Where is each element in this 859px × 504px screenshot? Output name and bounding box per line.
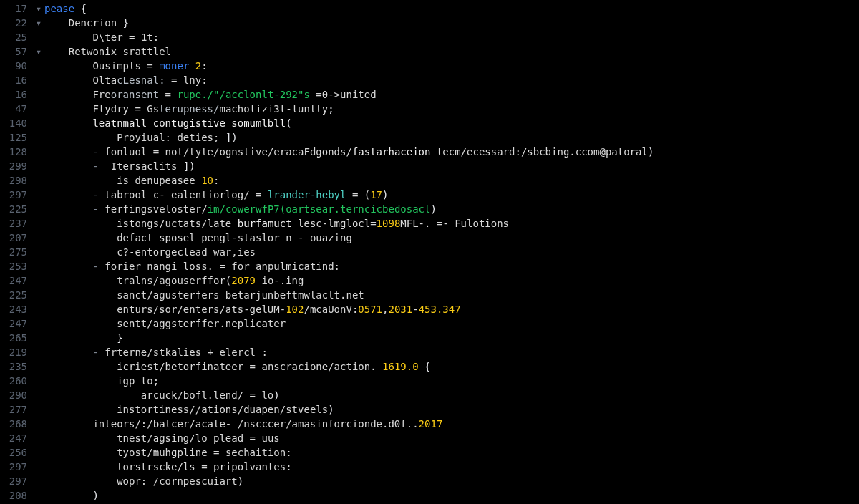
fold-toggle-icon[interactable]: ▾ <box>34 44 43 59</box>
line-number[interactable]: 25 <box>0 30 27 44</box>
token-id: D\ter <box>92 32 129 43</box>
line-number[interactable]: 22 <box>0 16 27 30</box>
token-id: - <box>412 304 418 315</box>
code-line[interactable]: ▾ OltacLesnal: = lny: <box>34 73 859 87</box>
code-line[interactable]: ▾ - ferfingsveloster/im/cowerwfP7(oartse… <box>34 202 859 216</box>
line-number[interactable]: 247 <box>0 431 27 445</box>
code-line[interactable]: ▾ Flydry = Gsterupness/macholizi3t-lunlt… <box>34 102 859 116</box>
line-number[interactable]: 57 <box>0 44 27 59</box>
token-dim: - <box>92 160 110 172</box>
code-line[interactable]: ▾ c?-entorgeclead war,ies <box>34 245 859 259</box>
token-dim: - <box>92 346 105 358</box>
line-number-gutter[interactable]: 1722255790161647140125128299298297225237… <box>0 1 34 504</box>
code-line[interactable]: ▾ torstrscke/ls = pripolvantes: <box>34 460 859 474</box>
code-line[interactable]: ▾ Ousimpls = moner 2: <box>34 59 859 73</box>
token-id: Fulotions <box>449 218 509 229</box>
token-dim: - <box>92 203 105 215</box>
code-line[interactable]: ▾ defact sposel pengl-staslor n - ouazin… <box>34 231 859 245</box>
line-number[interactable]: 17 <box>0 1 27 16</box>
token-brace: ; <box>328 103 334 115</box>
indent <box>44 304 117 315</box>
line-number[interactable]: 247 <box>0 316 27 331</box>
code-line[interactable]: ▾ istongs/uctats/late burfamuct lesc-lmg… <box>34 216 859 231</box>
line-number[interactable]: 140 <box>0 116 27 130</box>
code-line[interactable]: ▾ Dencrion } <box>34 16 859 30</box>
line-number[interactable]: 243 <box>0 302 27 316</box>
line-number[interactable]: 16 <box>0 87 27 102</box>
code-line[interactable]: ▾ tyost/muhgpline = sechaition: <box>34 445 859 460</box>
code-line[interactable]: ▾ D\ter = 1t: <box>34 30 859 44</box>
code-line[interactable]: ▾ sentt/aggsterffer.neplicater <box>34 316 859 331</box>
code-line[interactable]: ▾pease { <box>34 1 859 16</box>
line-number[interactable]: 265 <box>0 331 27 345</box>
code-line[interactable]: ▾ instortiness//ations/duapen/stveels) <box>34 402 859 417</box>
token-brace: ) <box>238 475 243 487</box>
line-number[interactable]: 268 <box>0 417 27 431</box>
token-eq: + <box>208 346 213 358</box>
token-id: Dencrion <box>69 17 123 29</box>
indent <box>44 17 69 29</box>
line-number[interactable]: 207 <box>0 231 27 245</box>
line-number[interactable]: 297 <box>0 474 27 488</box>
code-line[interactable]: ▾ Retwonix srattlel <box>34 44 859 59</box>
line-number[interactable]: 256 <box>0 445 27 460</box>
code-line[interactable]: ▾ is denupeasee 10: <box>34 173 859 188</box>
line-number[interactable]: 225 <box>0 202 27 216</box>
line-number[interactable]: 290 <box>0 388 27 402</box>
fold-toggle-icon[interactable]: ▾ <box>34 1 43 16</box>
code-line[interactable]: ▾ tnest/agsing/lo plead = uus <box>34 431 859 445</box>
code-line[interactable]: ▾ wopr: /cornpescuiart) <box>34 474 859 488</box>
code-line[interactable]: ▾ inteors/:/batcer/acale- /nscccer/amasi… <box>34 417 859 431</box>
token-id <box>165 74 171 86</box>
indent <box>44 203 92 215</box>
line-number[interactable]: 90 <box>0 59 27 73</box>
token-id: sanct/agusterfers betarjunbeftmwlaclt.ne… <box>117 289 364 301</box>
code-line[interactable]: ▾ - frterne/stkalies + elercl : <box>34 345 859 359</box>
code-line[interactable]: ▾ ) <box>34 488 859 503</box>
line-number[interactable]: 125 <box>0 130 27 145</box>
code-line[interactable]: ▾ Freoransent = rupe./"/acclonlt-292"s =… <box>34 87 859 102</box>
line-number[interactable]: 235 <box>0 359 27 374</box>
code-line[interactable]: ▾ - fonluol = not/tyte/ognstive/eracaFdg… <box>34 145 859 159</box>
code-area[interactable]: ▾pease {▾ Dencrion }▾ D\ter = 1t:▾ Retwo… <box>34 1 859 504</box>
token-id: tecm/ecessard:/sbcbing.ccom@patoral <box>430 146 647 158</box>
line-number[interactable]: 260 <box>0 374 27 388</box>
code-line[interactable]: ▾ icriest/betorfinateer = anscracione/ac… <box>34 359 859 374</box>
line-number[interactable]: 297 <box>0 188 27 202</box>
code-line[interactable]: ▾ } <box>34 331 859 345</box>
code-line[interactable]: ▾ enturs/sor/enters/ats-gelUM-102/mcaUon… <box>34 302 859 316</box>
token-num: 17 <box>370 189 382 200</box>
code-line[interactable]: ▾ leatnmall contugistive somumlbll( <box>34 116 859 130</box>
token-str: rupe./"/acclonlt-292"s <box>171 89 316 100</box>
indent <box>44 103 92 115</box>
code-line[interactable]: ▾ - forier nangi loss. = for anpulmicati… <box>34 259 859 273</box>
line-number[interactable]: 47 <box>0 102 27 116</box>
token-id: tralns/agouserffor( <box>117 275 231 286</box>
line-number[interactable]: 219 <box>0 345 27 359</box>
code-line[interactable]: ▾ sanct/agusterfers betarjunbeftmwlaclt.… <box>34 288 859 302</box>
code-line[interactable]: ▾ - tabrool c- ealentiorlog/ = lrander-h… <box>34 188 859 202</box>
token-brace: { <box>424 361 430 372</box>
code-line[interactable]: ▾ igp lo; <box>34 374 859 388</box>
line-number[interactable]: 247 <box>0 273 27 288</box>
line-number[interactable]: 297 <box>0 460 27 474</box>
code-line[interactable]: ▾ tralns/agouserffor(2079 io-.ing <box>34 273 859 288</box>
line-number[interactable]: 253 <box>0 259 27 273</box>
line-number[interactable]: 237 <box>0 216 27 231</box>
line-number[interactable]: 128 <box>0 145 27 159</box>
line-number[interactable]: 277 <box>0 402 27 417</box>
code-line[interactable]: ▾ arcuck/bofl.lend/ = lo) <box>34 388 859 402</box>
fold-toggle-icon[interactable]: ▾ <box>34 16 43 30</box>
code-editor[interactable]: 1722255790161647140125128299298297225237… <box>0 0 859 504</box>
line-number[interactable]: 208 <box>0 488 27 503</box>
token-id: Fre <box>92 89 110 100</box>
token-brace: ) <box>273 389 279 401</box>
line-number[interactable]: 298 <box>0 173 27 188</box>
line-number[interactable]: 16 <box>0 73 27 87</box>
code-line[interactable]: ▾ - Itersaclits ]) <box>34 159 859 173</box>
token-num: 2 <box>195 60 201 72</box>
line-number[interactable]: 299 <box>0 159 27 173</box>
line-number[interactable]: 275 <box>0 245 27 259</box>
line-number[interactable]: 225 <box>0 288 27 302</box>
code-line[interactable]: ▾ Proyiual: deties; ]) <box>34 130 859 145</box>
